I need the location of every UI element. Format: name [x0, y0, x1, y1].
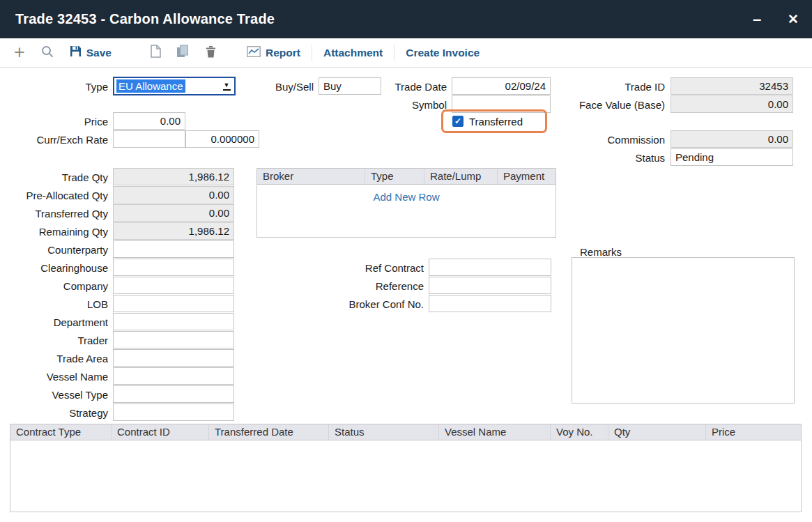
vessel-type-label: Vessel Type [0, 386, 108, 404]
transferred-date-col-header: Transferred Date [209, 424, 329, 440]
trash-icon [206, 45, 216, 61]
remaining-qty-field [113, 222, 234, 240]
reference-label: Reference [293, 277, 424, 295]
titlebar: Trade 32453 - Carbon Allowance Trade [0, 0, 812, 38]
transferred-qty-field [113, 204, 234, 222]
counterparty-label: Counterparty [0, 241, 108, 259]
contracts-table: Contract Type Contract ID Transferred Da… [10, 424, 802, 512]
status-label: Status [530, 149, 665, 167]
reference-field[interactable] [429, 277, 551, 294]
broker-conf-no-field[interactable] [429, 295, 551, 312]
minimize-icon[interactable]: – [742, 0, 772, 38]
toolbar-separator [394, 45, 394, 61]
trader-label: Trader [0, 332, 108, 349]
type-value: EU Allowance [116, 79, 185, 93]
strategy-field[interactable] [113, 404, 234, 421]
ref-contract-field[interactable] [429, 259, 551, 276]
payment-col-header: Payment [498, 169, 556, 184]
commission-label: Commission [530, 131, 665, 148]
counterparty-field[interactable] [113, 240, 234, 258]
create-invoice-button[interactable]: Create Invoice [406, 47, 480, 59]
face-value-field [671, 95, 793, 113]
chevron-down-icon[interactable]: ▼ [219, 82, 234, 91]
report-label: Report [266, 47, 300, 59]
qty-col-header: Qty [608, 424, 706, 440]
trade-qty-field [113, 168, 234, 185]
document-icon [151, 45, 161, 61]
trade-id-label: Trade ID [530, 78, 665, 95]
remarks-textarea[interactable] [572, 257, 795, 404]
price-label: Price [0, 113, 108, 130]
remaining-qty-label: Remaining Qty [0, 223, 108, 240]
trade-qty-label: Trade Qty [0, 169, 108, 186]
new-document-button[interactable] [151, 45, 161, 61]
save-button[interactable]: Save [70, 45, 112, 60]
contracts-table-header: Contract Type Contract ID Transferred Da… [10, 424, 801, 440]
trade-id-field [671, 77, 793, 95]
vessel-type-field[interactable] [113, 385, 234, 403]
search-button[interactable] [40, 45, 54, 61]
price-field[interactable] [113, 112, 185, 130]
face-value-label: Face Value (Base) [530, 96, 665, 114]
pre-allocated-qty-label: Pre-Allocated Qty [0, 187, 108, 204]
type-dropdown[interactable]: EU Allowance ▼ [113, 77, 236, 95]
broker-col-header: Broker [257, 169, 365, 184]
attachment-button[interactable]: Attachment [323, 47, 383, 59]
close-icon[interactable]: ✕ [779, 0, 808, 38]
type-label: Type [0, 78, 108, 95]
attachment-label: Attachment [323, 47, 383, 59]
exch-rate-field[interactable] [185, 130, 259, 148]
vessel-name-field[interactable] [113, 367, 234, 385]
delete-button[interactable] [206, 45, 216, 61]
company-field[interactable] [113, 277, 234, 294]
commission-field [671, 130, 793, 148]
vessel-name-col-header: Vessel Name [439, 424, 551, 440]
lob-field[interactable] [113, 295, 234, 312]
transferred-qty-label: Transferred Qty [0, 205, 108, 222]
transferred-checkbox[interactable] [452, 116, 464, 127]
copy-button[interactable] [176, 45, 189, 61]
search-icon [40, 45, 54, 61]
save-label: Save [86, 47, 112, 59]
copy-icon [176, 45, 189, 61]
type-col-header: Type [365, 169, 424, 184]
report-chart-icon [247, 46, 261, 60]
create-invoice-label: Create Invoice [406, 47, 480, 59]
lob-label: LOB [0, 295, 108, 313]
broker-table-header: Broker Type Rate/Lump Payment [257, 169, 556, 185]
ref-contract-label: Ref Contract [293, 259, 424, 277]
clearinghouse-field[interactable] [113, 259, 234, 276]
symbol-label: Symbol [317, 96, 447, 114]
currency-field[interactable] [113, 130, 185, 148]
curr-exch-rate-label: Curr/Exch Rate [0, 131, 108, 148]
company-label: Company [0, 277, 108, 295]
contract-id-col-header: Contract ID [112, 424, 209, 440]
transferred-checkbox-group[interactable]: Transferred [441, 109, 547, 133]
report-button[interactable]: Report [247, 46, 300, 60]
rate-lump-col-header: Rate/Lump [424, 169, 498, 184]
toolbar: + Save Report Attachment [0, 38, 812, 68]
add-new-row-link[interactable]: Add New Row [257, 191, 556, 203]
window-title: Trade 32453 - Carbon Allowance Trade [0, 11, 275, 27]
buy-sell-label: Buy/Sell [244, 78, 314, 95]
broker-table: Broker Type Rate/Lump Payment Add New Ro… [256, 168, 556, 238]
department-label: Department [0, 314, 108, 331]
strategy-label: Strategy [0, 404, 108, 422]
department-field[interactable] [113, 313, 234, 330]
status-field[interactable] [671, 148, 793, 166]
vessel-name-label: Vessel Name [0, 368, 108, 385]
trade-area-label: Trade Area [0, 350, 108, 367]
transferred-label: Transferred [469, 116, 523, 128]
status-col-header: Status [329, 424, 439, 440]
trade-form: Type EU Allowance ▼ Buy/Sell Trade Date … [0, 68, 812, 522]
trader-field[interactable] [113, 331, 234, 348]
pre-allocated-qty-field [113, 186, 234, 204]
trade-area-field[interactable] [113, 349, 234, 367]
contract-type-col-header: Contract Type [10, 424, 112, 440]
trade-date-label: Trade Date [317, 78, 447, 95]
save-icon [70, 45, 82, 60]
clearinghouse-label: Clearinghouse [0, 259, 108, 277]
add-button[interactable]: + [14, 43, 25, 62]
price-col-header: Price [706, 424, 801, 440]
voy-no-col-header: Voy No. [551, 424, 608, 440]
